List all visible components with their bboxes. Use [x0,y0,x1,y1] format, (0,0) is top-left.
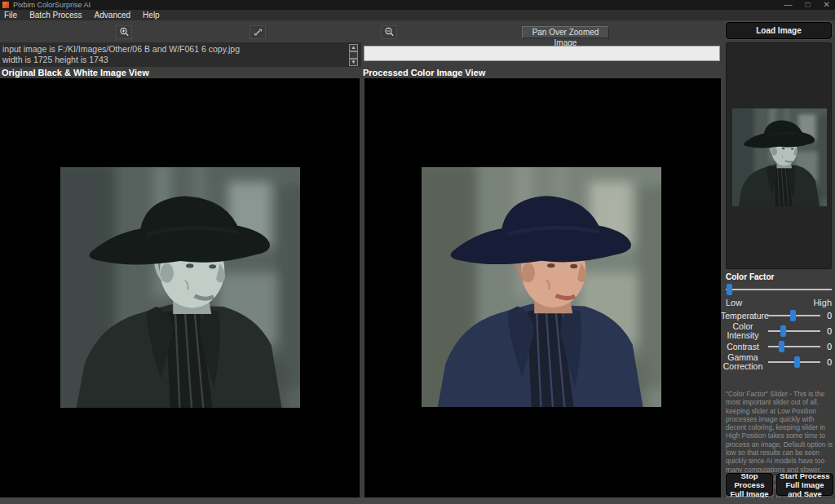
left-panel-title: Original Black & White Image View [2,68,149,77]
processed-image-view[interactable] [364,78,721,497]
log-line-input-image: input image is F:/KI/Images/Other/06 B a… [2,44,361,55]
pan-over-zoomed-image-button[interactable]: Pan Over Zoomed Image [522,26,609,38]
adjustment-sliders: Temperature 0 Color Intensity 0 Contrast [721,310,835,372]
window-title: Pixbim ColorSurprise AI [13,1,91,9]
gamma-correction-label: Gamma Correction [721,353,765,371]
temperature-slider[interactable] [768,310,820,321]
slider-row-contrast: Contrast 0 [721,341,835,352]
temperature-label: Temperature [721,312,765,321]
close-button[interactable]: ✕ [824,1,830,9]
color-factor-slider[interactable] [726,284,832,295]
original-image-view[interactable] [0,78,360,497]
expand-arrows-icon [253,27,263,38]
color-factor-track [726,289,832,290]
processed-color-photo[interactable] [422,167,661,407]
color-factor-slider-thumb[interactable] [727,284,732,295]
color-intensity-value: 0 [824,326,832,336]
menu-item-batch-process[interactable]: Batch Process [29,11,82,20]
temperature-slider-thumb[interactable] [790,310,796,321]
status-strip [0,497,835,504]
scroll-thumb[interactable] [349,51,358,59]
menu-item-advanced[interactable]: Advanced [95,11,130,20]
color-intensity-slider[interactable] [768,325,820,337]
slider-row-color-intensity: Color Intensity 0 [721,322,835,340]
contrast-slider-thumb[interactable] [779,341,784,352]
gamma-correction-slider[interactable] [768,356,820,368]
thumbnail-panel [726,42,832,269]
start-process-button[interactable]: Start Process Full Image and Save [776,473,833,496]
menu-bar: File Batch Process Advanced Help [0,10,835,20]
right-panel-title: Processed Color Image View [363,68,485,77]
magnifier-minus-icon [384,27,395,38]
menu-item-help[interactable]: Help [143,11,160,20]
temperature-value: 0 [824,311,832,321]
original-bw-photo[interactable] [60,167,300,408]
fit-expand-button[interactable] [250,25,266,39]
maximize-button[interactable]: □ [806,1,811,9]
title-bar: Pixbim ColorSurprise AI — □ ✕ [0,0,835,10]
log-textbox[interactable]: input image is F:/KI/Images/Other/06 B a… [0,42,361,67]
slider-row-gamma-correction: Gamma Correction 0 [721,353,835,371]
app-logo-icon [2,2,9,8]
slider-row-temperature: Temperature 0 [721,310,835,321]
app-window: Pixbim ColorSurprise AI — □ ✕ File Batch… [0,0,835,504]
color-factor-label: Color Factor [726,272,774,281]
magnifier-plus-icon [119,27,130,38]
thumbnail-photo [732,108,827,206]
minimize-button[interactable]: — [784,1,793,9]
contrast-slider[interactable] [768,341,820,352]
gamma-correction-slider-thumb[interactable] [794,356,800,368]
color-factor-high-label: High [813,298,832,307]
scroll-down-icon[interactable]: ▼ [349,59,358,66]
zoom-out-button[interactable] [381,25,397,39]
load-image-button[interactable]: Load Image [726,22,832,39]
gamma-correction-value: 0 [824,357,832,367]
zoom-in-button[interactable] [116,25,132,39]
log-scrollbar[interactable]: ▲ ▼ [349,44,358,66]
menu-item-file[interactable]: File [4,11,17,20]
stop-process-button[interactable]: Stop Process Full Image [726,473,773,496]
contrast-label: Contrast [721,343,765,351]
scroll-up-icon[interactable]: ▲ [349,44,358,51]
log-line-dimensions: width is 1725 height is 1743 [2,55,361,65]
color-intensity-slider-thumb[interactable] [780,325,786,337]
progress-bar [364,46,720,61]
color-intensity-label: Color Intensity [721,322,765,340]
color-factor-low-label: Low [726,298,742,307]
sidebar: Load Image Color Factor [721,20,835,504]
contrast-value: 0 [824,342,832,351]
